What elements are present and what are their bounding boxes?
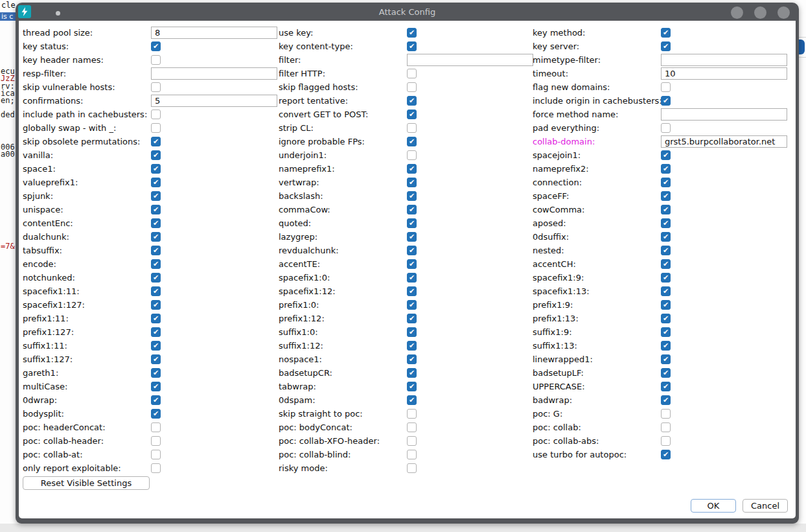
setting-checkbox[interactable] [151,164,161,174]
setting-checkbox[interactable] [151,110,161,119]
setting-checkbox[interactable] [661,341,671,351]
setting-checkbox[interactable] [151,218,161,228]
setting-checkbox[interactable] [661,327,671,337]
setting-checkbox[interactable] [407,123,417,133]
setting-checkbox[interactable] [407,450,417,459]
setting-checkbox[interactable] [407,232,417,242]
setting-checkbox[interactable] [151,327,161,337]
setting-checkbox[interactable] [407,341,417,351]
window-close-button[interactable] [777,6,790,19]
setting-checkbox[interactable] [151,191,161,201]
setting-checkbox[interactable] [407,368,417,378]
setting-checkbox[interactable] [661,150,671,160]
setting-text-input[interactable] [151,27,277,39]
setting-checkbox[interactable] [661,450,671,459]
setting-checkbox[interactable] [151,354,161,364]
setting-checkbox[interactable] [661,41,671,51]
setting-checkbox[interactable] [407,409,417,419]
setting-checkbox[interactable] [151,436,161,446]
setting-checkbox[interactable] [661,300,671,310]
setting-checkbox[interactable] [407,327,417,337]
setting-checkbox[interactable] [151,273,161,283]
setting-checkbox[interactable] [407,96,417,106]
setting-text-input[interactable] [661,54,787,66]
setting-checkbox[interactable] [151,450,161,459]
setting-text-input[interactable] [407,54,533,66]
window-maximize-button[interactable] [754,6,766,19]
setting-checkbox[interactable] [661,96,671,106]
setting-checkbox[interactable] [407,354,417,364]
setting-text-input[interactable] [661,67,787,80]
setting-checkbox[interactable] [151,232,161,242]
setting-checkbox[interactable] [407,178,417,187]
ok-button[interactable]: OK [691,499,736,513]
setting-checkbox[interactable] [661,123,671,133]
setting-checkbox[interactable] [407,150,417,160]
setting-checkbox[interactable] [661,422,671,432]
setting-checkbox[interactable] [661,164,671,174]
setting-checkbox[interactable] [407,110,417,119]
window-minimize-button[interactable] [731,6,743,19]
setting-text-input[interactable] [151,67,277,80]
setting-checkbox[interactable] [151,137,161,146]
setting-checkbox[interactable] [661,178,671,187]
cancel-button[interactable]: Cancel [743,499,788,513]
setting-checkbox[interactable] [151,422,161,432]
setting-checkbox[interactable] [661,232,671,242]
setting-checkbox[interactable] [151,395,161,405]
setting-checkbox[interactable] [151,41,161,51]
setting-checkbox[interactable] [407,137,417,146]
setting-checkbox[interactable] [151,259,161,269]
setting-checkbox[interactable] [407,314,417,323]
setting-checkbox[interactable] [661,395,671,405]
setting-checkbox[interactable] [407,205,417,214]
setting-checkbox[interactable] [151,123,161,133]
setting-checkbox[interactable] [407,422,417,432]
setting-checkbox[interactable] [151,300,161,310]
setting-checkbox[interactable] [407,382,417,391]
setting-checkbox[interactable] [151,368,161,378]
setting-checkbox[interactable] [661,436,671,446]
setting-checkbox[interactable] [661,191,671,201]
setting-checkbox[interactable] [661,314,671,323]
reset-visible-settings-button[interactable]: Reset Visible Settings [23,476,150,490]
setting-text-input[interactable] [151,95,277,107]
setting-checkbox[interactable] [407,463,417,473]
setting-checkbox[interactable] [661,409,671,419]
setting-checkbox[interactable] [661,246,671,255]
setting-checkbox[interactable] [407,259,417,269]
setting-checkbox[interactable] [407,436,417,446]
setting-checkbox[interactable] [151,205,161,214]
setting-text-input[interactable] [661,108,787,121]
setting-checkbox[interactable] [407,69,417,78]
setting-checkbox[interactable] [407,218,417,228]
setting-checkbox[interactable] [661,382,671,391]
setting-checkbox[interactable] [151,286,161,296]
setting-checkbox[interactable] [407,164,417,174]
setting-checkbox[interactable] [407,41,417,51]
setting-checkbox[interactable] [661,82,671,92]
setting-checkbox[interactable] [661,259,671,269]
setting-checkbox[interactable] [407,191,417,201]
setting-checkbox[interactable] [151,409,161,419]
setting-checkbox[interactable] [151,55,161,65]
setting-checkbox[interactable] [661,368,671,378]
setting-checkbox[interactable] [407,82,417,92]
setting-checkbox[interactable] [661,286,671,296]
setting-checkbox[interactable] [151,341,161,351]
setting-checkbox[interactable] [661,354,671,364]
setting-checkbox[interactable] [151,82,161,92]
setting-checkbox[interactable] [407,395,417,405]
setting-checkbox[interactable] [407,28,417,38]
setting-text-input[interactable] [661,135,787,148]
setting-checkbox[interactable] [151,178,161,187]
setting-checkbox[interactable] [151,246,161,255]
setting-checkbox[interactable] [151,382,161,391]
setting-checkbox[interactable] [151,314,161,323]
setting-checkbox[interactable] [407,246,417,255]
setting-checkbox[interactable] [407,273,417,283]
setting-checkbox[interactable] [151,463,161,473]
setting-checkbox[interactable] [661,205,671,214]
setting-checkbox[interactable] [407,300,417,310]
setting-checkbox[interactable] [661,273,671,283]
